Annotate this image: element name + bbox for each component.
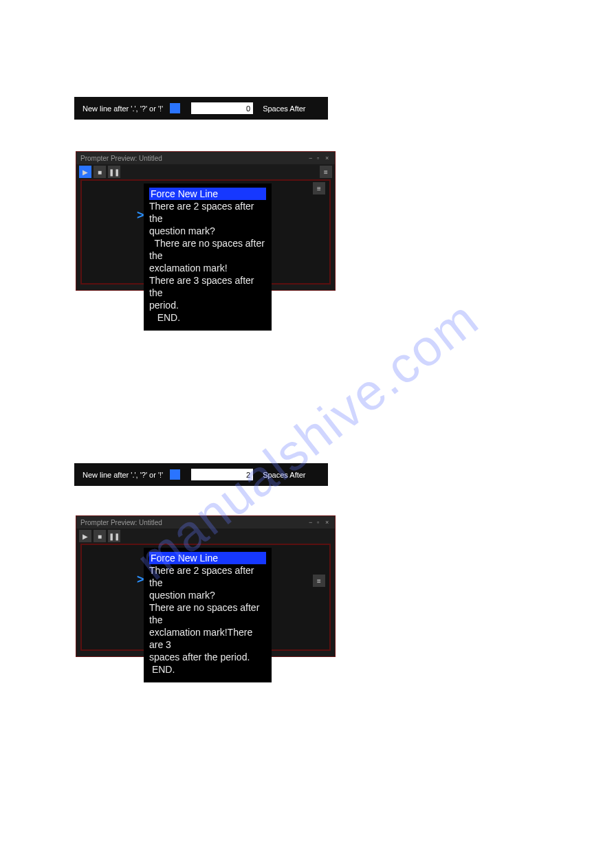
settings-bar-2: New line after '.', '?' or '!' Spaces Af…: [74, 463, 328, 486]
play-icon: ▶: [83, 168, 88, 176]
prompter-text-line: period.: [149, 300, 179, 311]
prompter-text-line: spaces after the period.: [149, 652, 250, 663]
titlebar: Prompter Preview: Untitled − ▫ ×: [76, 516, 335, 528]
pause-icon: ❚❚: [109, 533, 120, 540]
prompter-text-line: question mark?: [149, 225, 215, 236]
preview-toolbar: ▶ ■ ❚❚ ≡: [76, 164, 335, 179]
stage-menu-button[interactable]: ≡: [313, 575, 325, 587]
prompter-text-line: END.: [149, 312, 180, 323]
spaces-after-input[interactable]: [191, 469, 253, 480]
preview-stage: ≡ > Force New Line There are 2 spaces af…: [80, 544, 331, 651]
play-icon: ▶: [83, 533, 88, 540]
newline-label: New line after '.', '?' or '!': [83, 471, 163, 479]
prompter-text-line: exclamation mark!There are 3: [149, 627, 252, 650]
prompter-text-panel: Force New Line There are 2 spaces after …: [144, 183, 272, 331]
newline-checkbox[interactable]: [170, 469, 180, 480]
menu-icon: ≡: [317, 185, 321, 192]
pause-button[interactable]: ❚❚: [108, 166, 120, 178]
preview-toolbar: ▶ ■ ❚❚: [76, 528, 335, 544]
minimize-icon[interactable]: −: [309, 520, 314, 525]
window-controls: − ▫ ×: [309, 155, 331, 161]
window-controls: − ▫ ×: [309, 520, 331, 525]
prompter-text-line: There are no spaces after the: [149, 602, 259, 625]
pause-button[interactable]: ❚❚: [108, 530, 120, 542]
spaces-after-input[interactable]: [191, 102, 253, 114]
spaces-after-label: Spaces After: [263, 104, 305, 113]
minimize-icon[interactable]: −: [309, 155, 314, 161]
caret-icon: >: [137, 208, 144, 223]
stop-button[interactable]: ■: [94, 166, 106, 178]
menu-button[interactable]: ≡: [320, 166, 332, 178]
prompter-text-line: There are 3 spaces after the: [149, 275, 254, 298]
preview-stage: ≡ > Force New Line There are 2 spaces af…: [80, 179, 331, 285]
stage-menu-button[interactable]: ≡: [313, 182, 325, 194]
settings-bar-1: New line after '.', '?' or '!' Spaces Af…: [74, 97, 328, 120]
prompter-text-line: There are 2 spaces after the: [149, 565, 254, 588]
stop-icon: ■: [98, 533, 102, 540]
prompter-text-line: There are 2 spaces after the: [149, 201, 254, 224]
stop-button[interactable]: ■: [94, 530, 106, 542]
window-title: Prompter Preview: Untitled: [80, 155, 162, 162]
prompter-preview-window-1: Prompter Preview: Untitled − ▫ × ▶ ■ ❚❚ …: [76, 151, 336, 291]
menu-icon: ≡: [317, 577, 321, 585]
prompter-text-panel: Force New Line There are 2 spaces after …: [144, 548, 272, 682]
prompter-text-line: There are no spaces after the: [149, 238, 265, 261]
caret-icon: >: [137, 572, 144, 587]
play-button[interactable]: ▶: [79, 166, 91, 178]
maximize-icon[interactable]: ▫: [317, 520, 322, 525]
spaces-after-label: Spaces After: [263, 471, 305, 479]
close-icon[interactable]: ×: [325, 520, 331, 525]
titlebar: Prompter Preview: Untitled − ▫ ×: [76, 152, 335, 164]
prompter-preview-window-2: Prompter Preview: Untitled − ▫ × ▶ ■ ❚❚ …: [76, 515, 336, 657]
force-new-line-marker: Force New Line: [149, 188, 266, 200]
pause-icon: ❚❚: [109, 168, 120, 176]
prompter-text-line: question mark?: [149, 590, 215, 601]
newline-label: New line after '.', '?' or '!': [83, 104, 163, 113]
force-new-line-marker: Force New Line: [149, 552, 266, 564]
prompter-text-line: exclamation mark!: [149, 263, 228, 274]
maximize-icon[interactable]: ▫: [317, 155, 322, 161]
close-icon[interactable]: ×: [325, 155, 331, 161]
stop-icon: ■: [98, 168, 102, 176]
window-title: Prompter Preview: Untitled: [80, 519, 162, 526]
newline-checkbox[interactable]: [170, 103, 180, 113]
prompter-text-line: END.: [149, 664, 175, 675]
play-button[interactable]: ▶: [79, 530, 91, 542]
menu-icon: ≡: [324, 168, 328, 176]
